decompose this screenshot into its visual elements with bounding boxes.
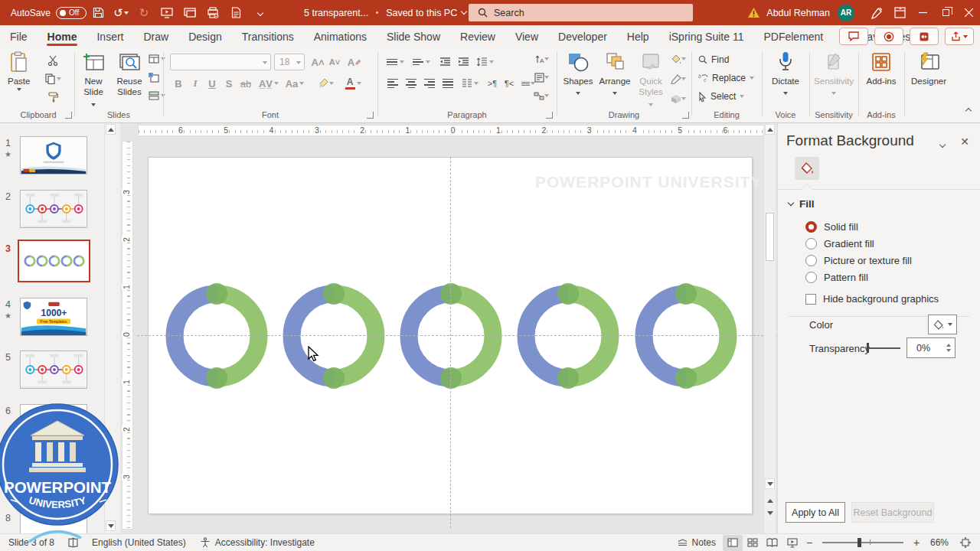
- paragraph-dialog-launcher[interactable]: [546, 112, 553, 119]
- pane-options-chevron[interactable]: [940, 139, 945, 149]
- align-left-button[interactable]: [384, 75, 401, 92]
- clipboard-dialog-launcher[interactable]: [65, 112, 72, 119]
- tab-developer[interactable]: Developer: [548, 25, 617, 47]
- slide-thumbnail-1[interactable]: [20, 136, 87, 174]
- tab-insert[interactable]: Insert: [87, 25, 133, 47]
- canvas-scroll-down-button[interactable]: [765, 478, 775, 489]
- canvas-scrollbar[interactable]: [763, 123, 776, 533]
- sensitivity-button[interactable]: Sensitivity: [812, 51, 856, 99]
- reading-view-status-button[interactable]: [763, 535, 782, 551]
- guide-vertical[interactable]: [450, 157, 451, 528]
- share-button[interactable]: [945, 28, 974, 45]
- rtl-direction-button[interactable]: ¶<: [501, 75, 518, 92]
- pane-close-button[interactable]: ✕: [960, 135, 969, 148]
- tab-transitions[interactable]: Transitions: [232, 25, 304, 47]
- normal-view-button[interactable]: [723, 535, 743, 551]
- color-picker-button[interactable]: [928, 315, 957, 334]
- zoom-slider[interactable]: [822, 542, 903, 543]
- qat-customize-chevron[interactable]: [250, 4, 270, 22]
- export-pdf-button[interactable]: [226, 4, 246, 22]
- thumbnails-scrollbar[interactable]: [104, 123, 116, 533]
- reset-background-button[interactable]: Reset Background: [851, 502, 934, 523]
- increase-font-button[interactable]: A˄: [309, 54, 326, 70]
- new-slide-button[interactable]: New Slide: [77, 51, 110, 109]
- select-button[interactable]: Select: [698, 91, 744, 102]
- reset-slide-button[interactable]: [145, 69, 162, 86]
- horizontal-ruler[interactable]: 6543210123456: [138, 125, 764, 136]
- hide-background-graphics-option[interactable]: Hide background graphics: [805, 293, 939, 305]
- record-button[interactable]: [874, 28, 903, 45]
- ispring-button[interactable]: [910, 28, 939, 45]
- collapse-ribbon-button[interactable]: [960, 103, 977, 119]
- radio-icon[interactable]: [805, 221, 817, 233]
- font-dialog-launcher[interactable]: [367, 112, 374, 119]
- undo-button[interactable]: ↺: [111, 4, 131, 22]
- fill-section-header[interactable]: Fill: [789, 198, 815, 210]
- print-preview-button[interactable]: [203, 4, 223, 22]
- tab-pdfelement[interactable]: PDFelement: [753, 25, 833, 47]
- slide-thumbnail-7[interactable]: [20, 458, 87, 496]
- vertical-ruler[interactable]: 3210123: [122, 141, 133, 530]
- hide-background-checkbox[interactable]: [805, 294, 816, 305]
- copy-button[interactable]: [44, 70, 61, 87]
- replace-button[interactable]: bc Replace: [698, 73, 754, 83]
- increase-indent-button[interactable]: [455, 54, 472, 70]
- saved-status[interactable]: Saved to this PC: [376, 8, 466, 18]
- text-direction-button[interactable]: A: [530, 51, 553, 67]
- zoom-slider-thumb[interactable]: [858, 538, 861, 547]
- ribbon-display-options-button[interactable]: [890, 4, 910, 22]
- align-center-button[interactable]: [403, 75, 420, 92]
- spinner-arrows[interactable]: [946, 344, 951, 352]
- clear-formatting-button[interactable]: A: [346, 54, 363, 70]
- tab-review[interactable]: Review: [450, 25, 505, 47]
- fill-option-pattern-fill[interactable]: Pattern fill: [805, 272, 868, 283]
- character-spacing-button[interactable]: A̲V̲: [257, 75, 280, 92]
- notes-button[interactable]: Notes: [671, 534, 723, 551]
- cut-button[interactable]: [44, 52, 61, 69]
- shape-effects-button[interactable]: [668, 90, 689, 107]
- slide-thumbnail-6[interactable]: [20, 404, 87, 442]
- canvas-scroll-up-button[interactable]: [765, 124, 775, 135]
- restore-button[interactable]: [934, 0, 957, 25]
- shapes-button[interactable]: Shapes: [560, 51, 596, 99]
- font-color-button[interactable]: A: [341, 75, 364, 92]
- transparency-spinner[interactable]: 0%: [906, 337, 956, 358]
- fill-option-picture-or-texture-fill[interactable]: Picture or texture fill: [805, 255, 912, 266]
- tab-draw[interactable]: Draw: [133, 25, 178, 47]
- thumb-scroll-up-button[interactable]: [106, 124, 116, 135]
- align-text-button[interactable]: [530, 69, 553, 86]
- zoom-level[interactable]: 66%: [923, 534, 956, 551]
- slide-sorter-view-button[interactable]: [743, 535, 763, 551]
- arrange-button[interactable]: Arrange: [597, 51, 632, 99]
- search-input[interactable]: Search: [469, 4, 693, 21]
- find-button[interactable]: Find: [698, 54, 729, 65]
- designer-button[interactable]: Designer: [908, 51, 949, 86]
- minimize-button[interactable]: [911, 0, 934, 25]
- autosave-toggle[interactable]: Off: [56, 7, 87, 19]
- fill-tab-button[interactable]: [795, 157, 819, 180]
- zoom-out-button[interactable]: −: [802, 535, 816, 551]
- slide-thumbnail-5[interactable]: [20, 350, 87, 389]
- tab-file[interactable]: File: [0, 25, 38, 47]
- drawing-dialog-launcher[interactable]: [682, 112, 689, 119]
- warning-icon[interactable]: [747, 7, 760, 18]
- start-slideshow-button[interactable]: [157, 4, 177, 22]
- transparency-slider-track[interactable]: [868, 347, 900, 349]
- strikethrough-button[interactable]: ab: [237, 75, 254, 92]
- radio-icon[interactable]: [805, 238, 817, 249]
- tab-home[interactable]: Home: [38, 25, 87, 47]
- justify-button[interactable]: [439, 75, 456, 92]
- shape-outline-button[interactable]: [668, 70, 689, 87]
- fill-option-gradient-fill[interactable]: Gradient fill: [805, 238, 874, 249]
- dictate-button[interactable]: Dictate: [767, 51, 804, 99]
- slide-thumbnail-3[interactable]: [18, 240, 90, 282]
- comments-button[interactable]: [839, 28, 868, 45]
- highlight-color-button[interactable]: [314, 75, 337, 92]
- align-right-button[interactable]: [421, 75, 438, 92]
- slide-thumbnail-4[interactable]: 1000+Free Templates: [20, 298, 87, 336]
- tab-view[interactable]: View: [505, 25, 548, 47]
- font-size-combo[interactable]: 18: [274, 54, 305, 70]
- fill-option-solid-fill[interactable]: Solid fill: [805, 221, 858, 233]
- shape-fill-button[interactable]: [668, 51, 689, 67]
- next-slide-button[interactable]: [765, 507, 775, 518]
